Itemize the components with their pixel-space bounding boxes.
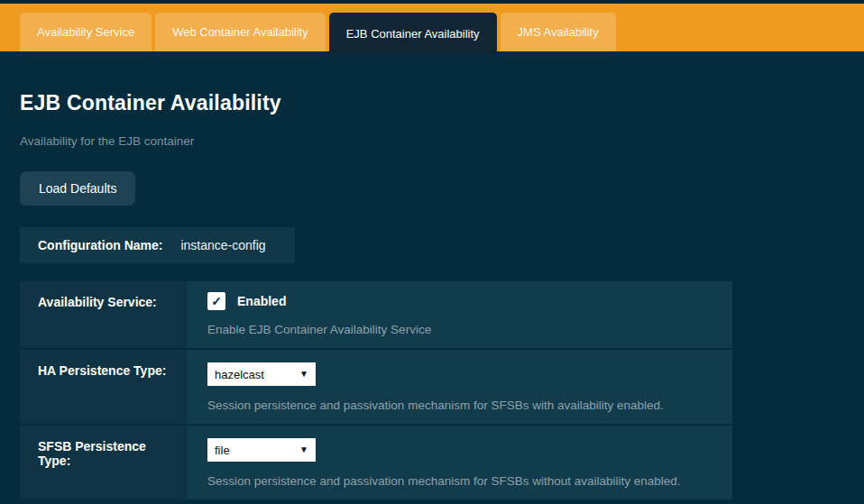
tab-jms-availability[interactable]: JMS Availability xyxy=(501,13,616,51)
ha-persistence-type-field: hazelcast ▼ Session persistence and pass… xyxy=(187,350,732,424)
tab-availability-service[interactable]: Availability Service xyxy=(20,13,152,51)
ha-persistence-type-help: Session persistence and passivation mech… xyxy=(207,399,714,412)
configuration-name-label: Configuration Name: xyxy=(38,238,162,252)
tab-ejb-container-availability[interactable]: EJB Container Availability xyxy=(329,13,497,54)
main-content: EJB Container Availability Availability … xyxy=(0,91,864,499)
form-row-availability-service: Availability Service: ✓ Enabled Enable E… xyxy=(20,281,732,348)
sfsb-persistence-type-select[interactable]: file ▼ xyxy=(207,438,316,462)
form-row-ha-persistence-type: HA Persistence Type: hazelcast ▼ Session… xyxy=(20,350,732,424)
tab-web-container-availability[interactable]: Web Container Availability xyxy=(155,13,326,51)
checkmark-icon: ✓ xyxy=(211,294,222,308)
form-row-sfsb-persistence-type: SFSB Persistence Type: file ▼ Session pe… xyxy=(20,426,732,499)
ha-persistence-type-label: HA Persistence Type: xyxy=(20,350,187,424)
configuration-name-row: Configuration Name: instance-config xyxy=(20,227,295,263)
ha-persistence-type-value: hazelcast xyxy=(215,368,264,381)
tab-bar: Availability Service Web Container Avail… xyxy=(0,4,864,51)
sfsb-persistence-type-field: file ▼ Session persistence and passivati… xyxy=(187,426,732,499)
dropdown-arrow-icon: ▼ xyxy=(299,445,308,454)
dropdown-arrow-icon: ▼ xyxy=(299,370,308,379)
page-title: EJB Container Availability xyxy=(20,91,864,115)
availability-service-field: ✓ Enabled Enable EJB Container Availabil… xyxy=(187,281,732,348)
availability-service-label: Availability Service: xyxy=(20,281,187,348)
load-defaults-button[interactable]: Load Defaults xyxy=(20,171,135,206)
availability-form: Availability Service: ✓ Enabled Enable E… xyxy=(20,281,732,499)
page-subtitle: Availability for the EJB container xyxy=(20,134,864,148)
availability-service-help: Enable EJB Container Availability Servic… xyxy=(207,323,714,336)
sfsb-persistence-type-help: Session persistence and passivation mech… xyxy=(207,474,714,488)
enabled-checkbox-label: Enabled xyxy=(237,294,286,308)
configuration-name-value: instance-config xyxy=(180,238,265,252)
enabled-checkbox[interactable]: ✓ xyxy=(207,292,225,310)
ha-persistence-type-select[interactable]: hazelcast ▼ xyxy=(207,362,316,386)
sfsb-persistence-type-label: SFSB Persistence Type: xyxy=(20,426,187,499)
sfsb-persistence-type-value: file xyxy=(215,444,230,457)
